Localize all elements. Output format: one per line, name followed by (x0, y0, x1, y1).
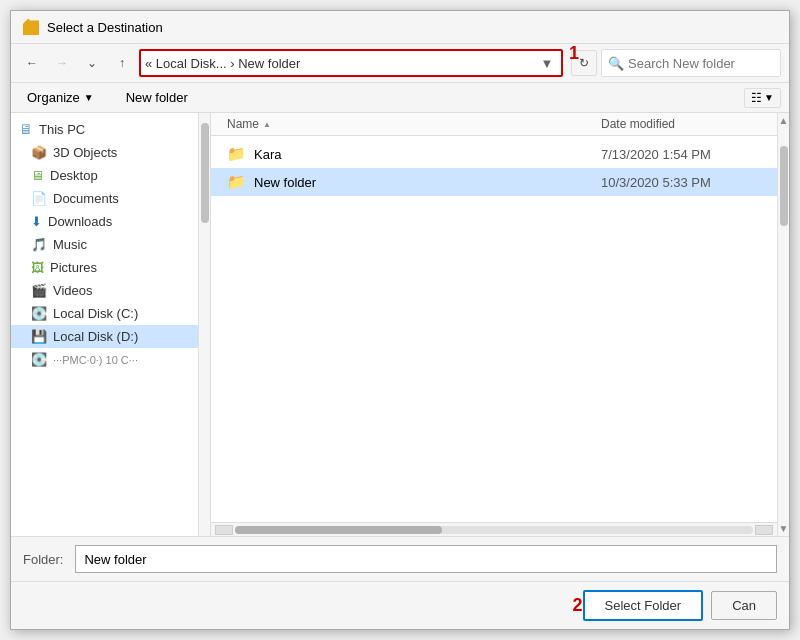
dialog-title: Select a Destination (47, 20, 163, 35)
sidebar-label-documents: Documents (53, 191, 119, 206)
sidebar-item-videos[interactable]: 🎬 Videos (11, 279, 210, 302)
sidebar-item-downloads[interactable]: ⬇ Downloads (11, 210, 210, 233)
address-chevron-button[interactable]: ▼ (537, 53, 557, 73)
folder-bar: Folder: (11, 536, 789, 581)
view-icon: ☷ (751, 91, 762, 105)
sidebar-item-local-disk-c[interactable]: 💽 Local Disk (C:) (11, 302, 210, 325)
search-input[interactable] (628, 56, 796, 71)
annotation-2: 2 (573, 595, 583, 616)
disk-d-icon: 💾 (31, 329, 47, 344)
file-name-new-folder: New folder (254, 175, 593, 190)
column-date-header: Date modified (601, 117, 761, 131)
sort-arrow-icon: ▲ (263, 120, 271, 129)
column-date-label: Date modified (601, 117, 675, 131)
pictures-icon: 🖼 (31, 260, 44, 275)
sidebar-item-desktop[interactable]: 🖥 Desktop (11, 164, 210, 187)
folder-icon-new-folder: 📁 (227, 173, 246, 191)
overflow-icon: 💽 (31, 352, 47, 367)
h-scroll-thumb (235, 526, 442, 534)
content-area: 🖥 This PC 📦 3D Objects 🖥 Desktop 📄 Docum… (11, 113, 789, 536)
column-name-label: Name (227, 117, 259, 131)
second-toolbar: Organize ▼ New folder ☷ ▼ (11, 83, 789, 113)
up-button[interactable]: ↑ (109, 50, 135, 76)
scroll-up-button[interactable]: ▲ (779, 113, 789, 126)
sidebar-item-local-disk-d[interactable]: 💾 Local Disk (D:) (11, 325, 210, 348)
organize-label: Organize (27, 90, 80, 105)
h-scroll-track[interactable] (235, 526, 753, 534)
sidebar: 🖥 This PC 📦 3D Objects 🖥 Desktop 📄 Docum… (11, 113, 211, 536)
scroll-left-button[interactable] (215, 525, 233, 535)
videos-icon: 🎬 (31, 283, 47, 298)
folder-icon-kara: 📁 (227, 145, 246, 163)
sidebar-label-videos: Videos (53, 283, 93, 298)
address-bar-input[interactable] (145, 56, 537, 71)
sidebar-label-downloads: Downloads (48, 214, 112, 229)
sidebar-item-music[interactable]: 🎵 Music (11, 233, 210, 256)
music-icon: 🎵 (31, 237, 47, 252)
new-folder-button[interactable]: New folder (118, 87, 196, 108)
cancel-button[interactable]: Can (711, 591, 777, 620)
sidebar-scroll-thumb (201, 123, 209, 223)
folder-label: Folder: (23, 552, 63, 567)
annotation-1: 1 (569, 43, 579, 64)
sidebar-item-pictures[interactable]: 🖼 Pictures (11, 256, 210, 279)
scroll-down-button[interactable]: ▼ (779, 523, 789, 536)
sidebar-label-music: Music (53, 237, 87, 252)
file-list: 📁 Kara 7/13/2020 1:54 PM 📁 New folder 10… (211, 136, 777, 522)
sidebar-label-this-pc: This PC (39, 122, 85, 137)
disk-c-icon: 💽 (31, 306, 47, 321)
view-toggle-button[interactable]: ☷ ▼ (744, 88, 781, 108)
dialog-window: Select a Destination ← → ⌄ ↑ ▼ 1 ↻ 🔍 Org… (10, 10, 790, 630)
sidebar-label-disk-d: Local Disk (D:) (53, 329, 138, 344)
table-row[interactable]: 📁 New folder 10/3/2020 5:33 PM (211, 168, 777, 196)
view-area: ☷ ▼ (744, 88, 781, 108)
v-scroll-thumb (780, 146, 788, 226)
sidebar-item-this-pc[interactable]: 🖥 This PC (11, 117, 210, 141)
title-bar: Select a Destination (11, 11, 789, 44)
back-button[interactable]: ← (19, 50, 45, 76)
this-pc-icon: 🖥 (19, 121, 33, 137)
file-list-header: Name ▲ Date modified (211, 113, 777, 136)
address-bar-wrapper: ▼ 1 (139, 49, 563, 77)
view-chevron-icon: ▼ (764, 92, 774, 103)
organize-chevron-icon: ▼ (84, 92, 94, 103)
organize-button[interactable]: Organize ▼ (19, 87, 102, 108)
forward-button[interactable]: → (49, 50, 75, 76)
desktop-icon: 🖥 (31, 168, 44, 183)
3d-objects-icon: 📦 (31, 145, 47, 160)
folder-input[interactable] (75, 545, 777, 573)
select-folder-button[interactable]: Select Folder (583, 590, 704, 621)
documents-icon: 📄 (31, 191, 47, 206)
horizontal-scrollbar[interactable] (211, 522, 777, 536)
file-name-kara: Kara (254, 147, 593, 162)
sidebar-label-disk-c: Local Disk (C:) (53, 306, 138, 321)
downloads-icon: ⬇ (31, 214, 42, 229)
table-row[interactable]: 📁 Kara 7/13/2020 1:54 PM (211, 140, 777, 168)
sidebar-label-pictures: Pictures (50, 260, 97, 275)
dialog-buttons: 2 Select Folder Can (11, 581, 789, 629)
main-panel: Name ▲ Date modified 📁 Kara 7/13/2020 1:… (211, 113, 777, 536)
title-folder-icon (23, 19, 39, 35)
search-icon: 🔍 (608, 56, 624, 71)
sidebar-label-overflow: ···PMC·0·) 10 C··· (53, 354, 138, 366)
sidebar-label-3d: 3D Objects (53, 145, 117, 160)
sidebar-item-documents[interactable]: 📄 Documents (11, 187, 210, 210)
scroll-right-button[interactable] (755, 525, 773, 535)
nav-toolbar: ← → ⌄ ↑ ▼ 1 ↻ 🔍 (11, 44, 789, 83)
vertical-scrollbar[interactable]: ▲ ▼ (777, 113, 789, 536)
column-name-header[interactable]: Name ▲ (227, 117, 601, 131)
sidebar-scrollbar[interactable] (198, 113, 210, 536)
sidebar-item-3d-objects[interactable]: 📦 3D Objects (11, 141, 210, 164)
file-date-kara: 7/13/2020 1:54 PM (601, 147, 761, 162)
sidebar-label-desktop: Desktop (50, 168, 98, 183)
sidebar-item-overflow[interactable]: 💽 ···PMC·0·) 10 C··· (11, 348, 210, 371)
recent-locations-button[interactable]: ⌄ (79, 50, 105, 76)
file-date-new-folder: 10/3/2020 5:33 PM (601, 175, 761, 190)
search-box: 🔍 (601, 49, 781, 77)
